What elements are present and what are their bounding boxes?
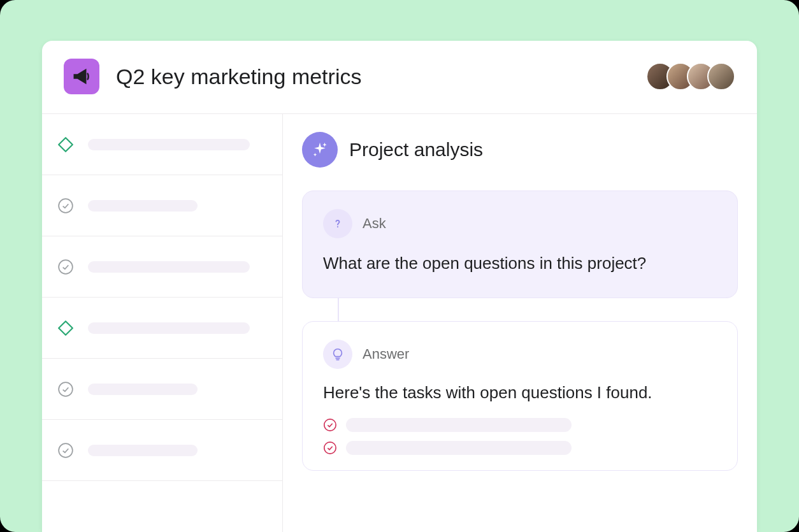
task-row[interactable] xyxy=(42,359,282,420)
task-check-icon xyxy=(57,381,74,398)
card-connector xyxy=(338,298,339,321)
result-title-placeholder xyxy=(346,441,572,455)
answer-header: Answer xyxy=(323,340,717,369)
svg-point-3 xyxy=(59,443,73,457)
svg-point-4 xyxy=(337,226,338,227)
task-title-placeholder xyxy=(88,200,198,212)
task-list-sidebar xyxy=(42,114,283,532)
megaphone-icon xyxy=(72,67,91,86)
result-task-item[interactable] xyxy=(323,441,717,455)
svg-point-2 xyxy=(59,382,73,396)
app-window: Q2 key marketing metrics xyxy=(42,41,757,532)
svg-point-7 xyxy=(324,419,336,431)
analysis-panel: Project analysis Ask What are the open q… xyxy=(283,114,757,532)
analysis-header: Project analysis xyxy=(302,132,738,168)
question-mark-icon xyxy=(323,209,352,238)
task-row[interactable] xyxy=(42,175,282,236)
avatar[interactable] xyxy=(707,62,735,90)
task-check-icon xyxy=(57,198,74,214)
sparkles-icon xyxy=(310,140,329,159)
answer-label: Answer xyxy=(363,346,409,363)
svg-point-1 xyxy=(59,260,73,274)
ai-sparkle-icon xyxy=(302,132,338,168)
milestone-diamond-icon xyxy=(57,320,74,336)
task-title-placeholder xyxy=(88,322,250,334)
ask-question-text: What are the open questions in this proj… xyxy=(323,252,717,275)
task-title-placeholder xyxy=(88,445,198,456)
project-icon[interactable] xyxy=(64,59,99,94)
collaborator-avatars[interactable] xyxy=(646,62,735,90)
body: Project analysis Ask What are the open q… xyxy=(42,114,757,532)
task-title-placeholder xyxy=(88,384,198,395)
ask-card[interactable]: Ask What are the open questions in this … xyxy=(302,191,738,298)
task-check-icon xyxy=(57,442,74,459)
ask-label: Ask xyxy=(363,215,386,232)
page-background: Q2 key marketing metrics xyxy=(0,0,799,532)
task-row[interactable] xyxy=(42,298,282,359)
task-check-pink-icon xyxy=(323,441,337,455)
task-title-placeholder xyxy=(88,139,250,150)
project-header: Q2 key marketing metrics xyxy=(42,41,757,114)
project-title: Q2 key marketing metrics xyxy=(116,64,646,89)
task-row[interactable] xyxy=(42,420,282,481)
task-row[interactable] xyxy=(42,236,282,298)
task-title-placeholder xyxy=(88,261,250,273)
result-task-item[interactable] xyxy=(323,418,717,432)
task-check-icon xyxy=(57,259,74,275)
task-row[interactable] xyxy=(42,114,282,175)
svg-point-0 xyxy=(59,199,73,213)
ask-header: Ask xyxy=(323,209,717,238)
lightbulb-icon xyxy=(323,340,352,369)
answer-summary-text: Here's the tasks with open questions I f… xyxy=(323,383,717,403)
answer-card: Answer Here's the tasks with open questi… xyxy=(302,321,738,471)
result-title-placeholder xyxy=(346,418,572,432)
svg-point-8 xyxy=(324,442,336,454)
task-check-pink-icon xyxy=(323,418,337,432)
milestone-diamond-icon xyxy=(57,136,74,153)
analysis-title: Project analysis xyxy=(349,139,483,161)
